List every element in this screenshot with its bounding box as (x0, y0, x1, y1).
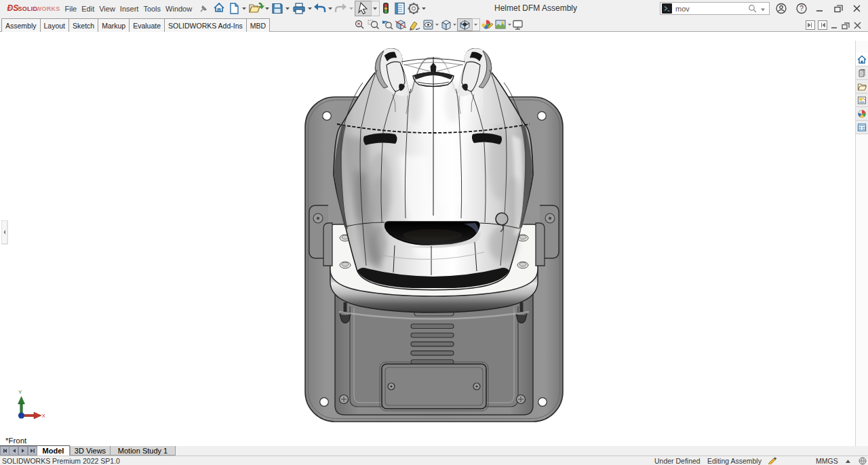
svg-text:SOLID: SOLID (18, 5, 38, 12)
svg-text:Y: Y (18, 389, 22, 395)
svg-text:X: X (42, 413, 46, 419)
svg-text:?: ? (800, 5, 804, 12)
svg-text:WORKS: WORKS (36, 5, 60, 12)
